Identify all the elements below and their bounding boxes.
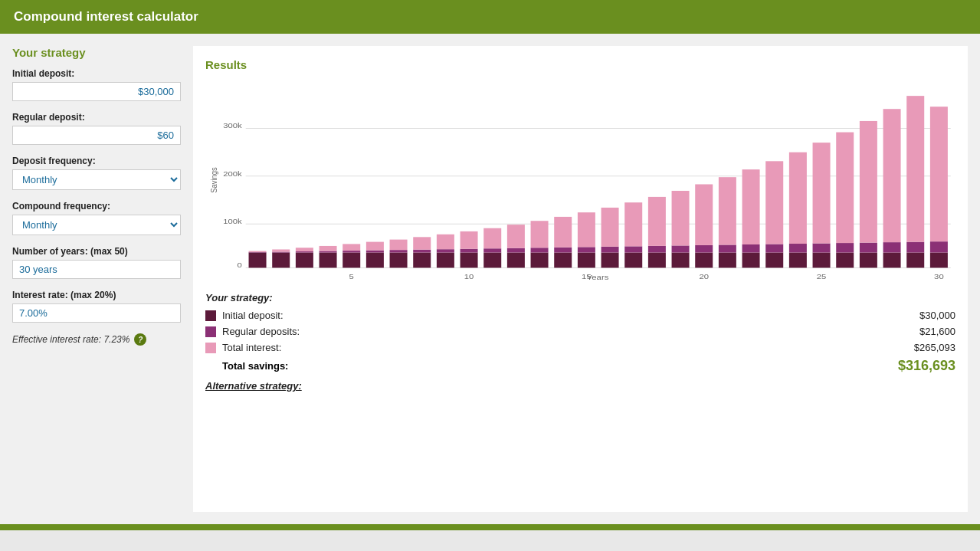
svg-rect-47: [531, 248, 549, 252]
svg-rect-72: [719, 252, 736, 267]
total-interest-color: [205, 343, 216, 353]
svg-rect-86: [813, 143, 831, 243]
svg-rect-91: [860, 252, 877, 267]
total-savings-value: $316,693: [898, 358, 955, 374]
total-interest-result-row: Total interest: $265,093: [205, 342, 955, 353]
regular-deposit-group: Regular deposit:: [12, 112, 181, 145]
svg-rect-100: [930, 252, 948, 267]
svg-rect-78: [765, 252, 783, 267]
strategy-result-label: Your strategy:: [205, 292, 955, 303]
svg-rect-82: [789, 244, 807, 252]
chart-container: Savings 0 100k 200k 300k Years 510152025…: [205, 80, 955, 280]
svg-rect-26: [366, 242, 384, 251]
left-panel: Your strategy Initial deposit: Regular d…: [12, 46, 181, 512]
svg-text:20: 20: [699, 273, 709, 280]
svg-rect-19: [320, 246, 337, 251]
svg-rect-68: [695, 252, 713, 267]
svg-rect-45: [507, 225, 525, 248]
regular-deposits-label: Regular deposits:: [222, 326, 894, 337]
svg-rect-32: [413, 237, 431, 249]
svg-rect-27: [390, 252, 408, 267]
svg-rect-17: [320, 252, 337, 267]
total-savings-row: Total savings: $316,693: [205, 358, 955, 374]
svg-rect-16: [296, 248, 313, 251]
compound-frequency-group: Compound frequency: Monthly Weekly Fortn…: [12, 201, 181, 235]
svg-rect-62: [648, 252, 666, 267]
svg-text:0: 0: [237, 261, 242, 269]
svg-rect-24: [366, 252, 384, 267]
svg-rect-57: [601, 247, 619, 253]
svg-rect-41: [483, 248, 501, 252]
svg-rect-102: [930, 107, 948, 241]
svg-rect-40: [483, 252, 501, 267]
svg-rect-80: [765, 161, 783, 244]
interest-rate-group: Interest rate: (max 20%): [12, 290, 181, 323]
svg-rect-54: [578, 212, 595, 247]
svg-rect-29: [390, 240, 408, 251]
svg-text:10: 10: [464, 273, 474, 280]
regular-deposits-result-row: Regular deposits: $21,600: [205, 326, 955, 337]
svg-rect-49: [554, 252, 572, 267]
initial-deposit-result-value: $30,000: [894, 310, 955, 321]
svg-rect-70: [695, 184, 713, 244]
deposit-frequency-select[interactable]: Monthly Weekly Fortnightly Quarterly Yea…: [12, 169, 181, 190]
svg-rect-35: [437, 235, 454, 249]
years-group: Number of years: (max 50): [12, 246, 181, 279]
svg-rect-77: [742, 169, 760, 244]
svg-rect-20: [343, 252, 360, 267]
svg-rect-96: [883, 109, 901, 242]
total-interest-value: $265,093: [894, 342, 955, 353]
svg-rect-28: [390, 250, 408, 252]
svg-rect-48: [531, 221, 549, 248]
svg-rect-10: [249, 251, 267, 252]
svg-rect-99: [906, 96, 924, 242]
info-icon[interactable]: ?: [134, 333, 146, 346]
svg-rect-76: [742, 244, 760, 253]
regular-deposits-value: $21,600: [894, 326, 955, 337]
svg-rect-50: [554, 248, 572, 253]
compound-frequency-select[interactable]: Monthly Weekly Fortnightly Quarterly Yea…: [12, 215, 181, 235]
effective-rate-text: Effective interest rate: 7.23%: [12, 334, 129, 345]
alt-strategy-label[interactable]: Alternative strategy:: [205, 380, 955, 392]
svg-rect-83: [789, 153, 807, 244]
svg-text:100k: 100k: [223, 218, 242, 225]
svg-rect-98: [906, 242, 924, 253]
svg-rect-84: [813, 252, 831, 267]
svg-rect-66: [672, 245, 690, 252]
total-savings-label: Total savings:: [222, 360, 898, 372]
svg-rect-97: [906, 252, 924, 267]
svg-rect-14: [296, 252, 313, 267]
svg-rect-22: [343, 244, 360, 251]
svg-rect-33: [437, 252, 454, 267]
svg-rect-34: [437, 249, 454, 252]
svg-rect-21: [343, 251, 360, 252]
svg-text:30: 30: [934, 273, 944, 280]
svg-rect-42: [483, 228, 501, 248]
effective-rate: Effective interest rate: 7.23% ?: [12, 333, 181, 346]
svg-rect-38: [461, 231, 478, 249]
header: Compound interest calculator: [0, 0, 980, 34]
svg-rect-51: [554, 217, 572, 248]
svg-rect-37: [461, 249, 478, 253]
svg-rect-94: [883, 252, 901, 267]
interest-rate-input[interactable]: [12, 303, 181, 323]
years-input[interactable]: [12, 260, 181, 279]
svg-rect-93: [860, 121, 877, 243]
footer-bar: [0, 524, 980, 530]
svg-text:300k: 300k: [223, 122, 242, 130]
svg-rect-31: [413, 250, 431, 253]
initial-deposit-input[interactable]: [12, 82, 181, 101]
svg-rect-64: [648, 197, 666, 246]
regular-deposit-input[interactable]: [12, 126, 181, 145]
svg-rect-46: [531, 252, 549, 267]
svg-rect-67: [672, 191, 690, 245]
svg-text:25: 25: [817, 273, 827, 280]
header-title: Compound interest calculator: [14, 9, 198, 24]
svg-rect-60: [624, 246, 642, 252]
svg-rect-81: [789, 252, 807, 267]
initial-deposit-result-row: Initial deposit: $30,000: [205, 310, 955, 321]
right-panel: Results Savings 0 100k 200k 300k Years 5…: [193, 46, 968, 512]
svg-rect-8: [249, 252, 267, 267]
svg-rect-74: [719, 177, 736, 244]
svg-rect-30: [413, 252, 431, 267]
